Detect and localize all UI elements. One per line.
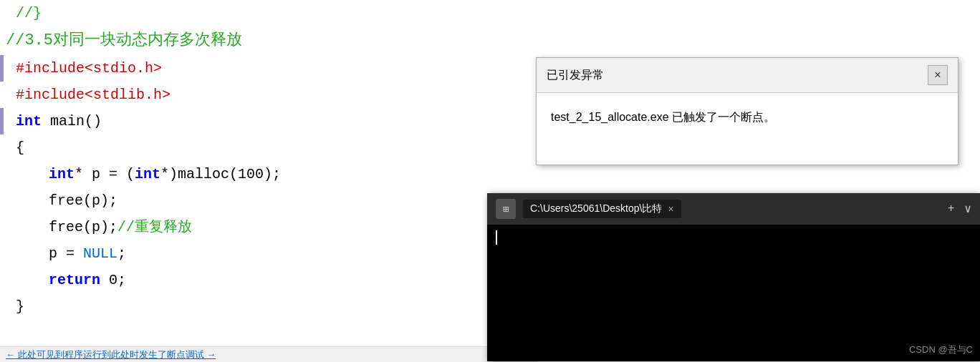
dialog-title: 已引发异常 bbox=[547, 68, 604, 83]
dialog-body: test_2_15_allocate.exe 已触发了一个断点。 bbox=[537, 93, 958, 165]
terminal-app-icon: ⊞ bbox=[496, 199, 516, 219]
terminal-dropdown-button[interactable]: ∨ bbox=[964, 202, 971, 216]
terminal-tab-close-button[interactable]: × bbox=[668, 203, 673, 215]
bottom-bar: ← 此处可见到程序运行到此处时发生了断点调试 → bbox=[0, 346, 537, 362]
code-line-3: #include<stdio.h> bbox=[0, 55, 537, 82]
csdn-watermark: CSDN @吾与C bbox=[909, 343, 973, 356]
watermark-text: CSDN @吾与C bbox=[909, 344, 973, 355]
code-line-6: { bbox=[0, 134, 537, 161]
exception-dialog: 已引发异常 × test_2_15_allocate.exe 已触发了一个断点。 bbox=[536, 57, 959, 165]
code-line-5: int main() bbox=[0, 108, 537, 134]
code-line-12: } bbox=[0, 293, 537, 320]
terminal-body bbox=[487, 225, 980, 361]
terminal-controls: + ∨ bbox=[948, 202, 971, 216]
code-line-1: //} bbox=[0, 0, 537, 26]
code-line-11: return 0; bbox=[0, 267, 537, 293]
terminal-window: ⊞ C:\Users\25061\Desktop\比特 × + ∨ bbox=[487, 193, 980, 361]
code-line-10: p = NULL; bbox=[0, 240, 537, 267]
code-line-9: free(p);//重复释放 bbox=[0, 214, 537, 240]
code-line-4: #include<stdlib.h> bbox=[0, 82, 537, 108]
code-editor: //} //3.5对同一块动态内存多次释放 #include<stdio.h> … bbox=[0, 0, 537, 362]
code-line-8: free(p); bbox=[0, 187, 537, 214]
bottom-text: ← 此处可见到程序运行到此处时发生了断点调试 → bbox=[6, 348, 216, 361]
code-line-section: //3.5对同一块动态内存多次释放 bbox=[0, 26, 537, 55]
terminal-tab[interactable]: C:\Users\25061\Desktop\比特 × bbox=[523, 200, 681, 218]
terminal-tab-label: C:\Users\25061\Desktop\比特 bbox=[530, 202, 662, 215]
dialog-close-button[interactable]: × bbox=[928, 65, 948, 85]
code-line-7: int* p = (int*)malloc(100); bbox=[0, 161, 537, 187]
terminal-titlebar: ⊞ C:\Users\25061\Desktop\比特 × + ∨ bbox=[487, 193, 980, 225]
dialog-titlebar: 已引发异常 × bbox=[537, 58, 958, 93]
terminal-add-tab-button[interactable]: + bbox=[948, 202, 955, 215]
terminal-cursor bbox=[496, 230, 497, 245]
dialog-message: test_2_15_allocate.exe 已触发了一个断点。 bbox=[551, 111, 775, 123]
